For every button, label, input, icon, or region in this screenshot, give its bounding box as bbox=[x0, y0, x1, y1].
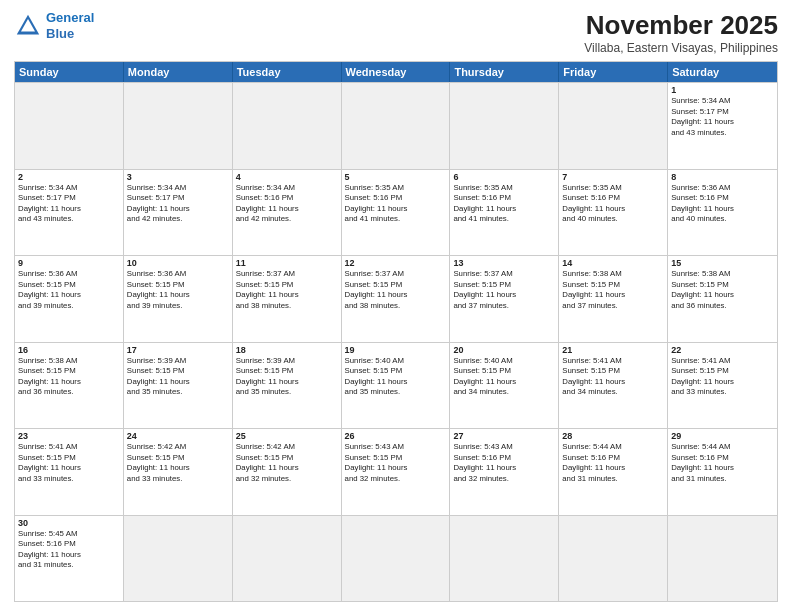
cal-cell-day-8: 8Sunrise: 5:36 AM Sunset: 5:16 PM Daylig… bbox=[668, 170, 777, 256]
cal-row-4: 23Sunrise: 5:41 AM Sunset: 5:15 PM Dayli… bbox=[15, 428, 777, 515]
cal-cell-empty bbox=[124, 83, 233, 169]
page-subtitle: Villaba, Eastern Visayas, Philippines bbox=[584, 41, 778, 55]
day-number: 28 bbox=[562, 431, 664, 441]
cal-header-thursday: Thursday bbox=[450, 62, 559, 82]
day-info: Sunrise: 5:37 AM Sunset: 5:15 PM Dayligh… bbox=[453, 269, 555, 311]
cal-cell-empty bbox=[450, 516, 559, 602]
day-info: Sunrise: 5:34 AM Sunset: 5:17 PM Dayligh… bbox=[127, 183, 229, 225]
cal-row-0: 1Sunrise: 5:34 AM Sunset: 5:17 PM Daylig… bbox=[15, 82, 777, 169]
cal-header-sunday: Sunday bbox=[15, 62, 124, 82]
page-title: November 2025 bbox=[584, 10, 778, 41]
day-info: Sunrise: 5:41 AM Sunset: 5:15 PM Dayligh… bbox=[562, 356, 664, 398]
cal-cell-day-13: 13Sunrise: 5:37 AM Sunset: 5:15 PM Dayli… bbox=[450, 256, 559, 342]
cal-cell-day-21: 21Sunrise: 5:41 AM Sunset: 5:15 PM Dayli… bbox=[559, 343, 668, 429]
logo-icon bbox=[14, 12, 42, 40]
cal-cell-day-30: 30Sunrise: 5:45 AM Sunset: 5:16 PM Dayli… bbox=[15, 516, 124, 602]
cal-cell-day-9: 9Sunrise: 5:36 AM Sunset: 5:15 PM Daylig… bbox=[15, 256, 124, 342]
cal-cell-day-14: 14Sunrise: 5:38 AM Sunset: 5:15 PM Dayli… bbox=[559, 256, 668, 342]
day-number: 6 bbox=[453, 172, 555, 182]
cal-cell-day-29: 29Sunrise: 5:44 AM Sunset: 5:16 PM Dayli… bbox=[668, 429, 777, 515]
cal-cell-day-20: 20Sunrise: 5:40 AM Sunset: 5:15 PM Dayli… bbox=[450, 343, 559, 429]
day-info: Sunrise: 5:34 AM Sunset: 5:17 PM Dayligh… bbox=[18, 183, 120, 225]
day-number: 4 bbox=[236, 172, 338, 182]
cal-row-1: 2Sunrise: 5:34 AM Sunset: 5:17 PM Daylig… bbox=[15, 169, 777, 256]
day-info: Sunrise: 5:35 AM Sunset: 5:16 PM Dayligh… bbox=[345, 183, 447, 225]
day-info: Sunrise: 5:43 AM Sunset: 5:15 PM Dayligh… bbox=[345, 442, 447, 484]
day-number: 25 bbox=[236, 431, 338, 441]
day-info: Sunrise: 5:38 AM Sunset: 5:15 PM Dayligh… bbox=[18, 356, 120, 398]
day-info: Sunrise: 5:36 AM Sunset: 5:15 PM Dayligh… bbox=[127, 269, 229, 311]
day-number: 15 bbox=[671, 258, 774, 268]
cal-cell-day-26: 26Sunrise: 5:43 AM Sunset: 5:15 PM Dayli… bbox=[342, 429, 451, 515]
cal-cell-day-15: 15Sunrise: 5:38 AM Sunset: 5:15 PM Dayli… bbox=[668, 256, 777, 342]
cal-cell-day-22: 22Sunrise: 5:41 AM Sunset: 5:15 PM Dayli… bbox=[668, 343, 777, 429]
day-info: Sunrise: 5:44 AM Sunset: 5:16 PM Dayligh… bbox=[671, 442, 774, 484]
cal-header-wednesday: Wednesday bbox=[342, 62, 451, 82]
day-number: 27 bbox=[453, 431, 555, 441]
cal-row-2: 9Sunrise: 5:36 AM Sunset: 5:15 PM Daylig… bbox=[15, 255, 777, 342]
day-number: 26 bbox=[345, 431, 447, 441]
calendar-header: SundayMondayTuesdayWednesdayThursdayFrid… bbox=[15, 62, 777, 82]
day-number: 13 bbox=[453, 258, 555, 268]
cal-cell-day-11: 11Sunrise: 5:37 AM Sunset: 5:15 PM Dayli… bbox=[233, 256, 342, 342]
day-number: 21 bbox=[562, 345, 664, 355]
day-number: 2 bbox=[18, 172, 120, 182]
cal-cell-empty bbox=[15, 83, 124, 169]
cal-cell-day-4: 4Sunrise: 5:34 AM Sunset: 5:16 PM Daylig… bbox=[233, 170, 342, 256]
cal-cell-day-27: 27Sunrise: 5:43 AM Sunset: 5:16 PM Dayli… bbox=[450, 429, 559, 515]
cal-cell-day-19: 19Sunrise: 5:40 AM Sunset: 5:15 PM Dayli… bbox=[342, 343, 451, 429]
cal-cell-empty bbox=[559, 516, 668, 602]
day-number: 7 bbox=[562, 172, 664, 182]
cal-cell-day-10: 10Sunrise: 5:36 AM Sunset: 5:15 PM Dayli… bbox=[124, 256, 233, 342]
cal-cell-day-12: 12Sunrise: 5:37 AM Sunset: 5:15 PM Dayli… bbox=[342, 256, 451, 342]
cal-header-tuesday: Tuesday bbox=[233, 62, 342, 82]
cal-cell-day-7: 7Sunrise: 5:35 AM Sunset: 5:16 PM Daylig… bbox=[559, 170, 668, 256]
day-info: Sunrise: 5:45 AM Sunset: 5:16 PM Dayligh… bbox=[18, 529, 120, 571]
day-number: 1 bbox=[671, 85, 774, 95]
cal-cell-day-25: 25Sunrise: 5:42 AM Sunset: 5:15 PM Dayli… bbox=[233, 429, 342, 515]
day-info: Sunrise: 5:36 AM Sunset: 5:15 PM Dayligh… bbox=[18, 269, 120, 311]
cal-header-friday: Friday bbox=[559, 62, 668, 82]
day-info: Sunrise: 5:39 AM Sunset: 5:15 PM Dayligh… bbox=[127, 356, 229, 398]
day-number: 10 bbox=[127, 258, 229, 268]
day-number: 17 bbox=[127, 345, 229, 355]
calendar: SundayMondayTuesdayWednesdayThursdayFrid… bbox=[14, 61, 778, 602]
day-info: Sunrise: 5:42 AM Sunset: 5:15 PM Dayligh… bbox=[127, 442, 229, 484]
day-info: Sunrise: 5:40 AM Sunset: 5:15 PM Dayligh… bbox=[453, 356, 555, 398]
day-info: Sunrise: 5:44 AM Sunset: 5:16 PM Dayligh… bbox=[562, 442, 664, 484]
cal-cell-empty bbox=[668, 516, 777, 602]
logo-general: General bbox=[46, 10, 94, 25]
day-info: Sunrise: 5:43 AM Sunset: 5:16 PM Dayligh… bbox=[453, 442, 555, 484]
day-number: 3 bbox=[127, 172, 229, 182]
day-number: 29 bbox=[671, 431, 774, 441]
day-info: Sunrise: 5:37 AM Sunset: 5:15 PM Dayligh… bbox=[236, 269, 338, 311]
cal-cell-empty bbox=[124, 516, 233, 602]
cal-cell-empty bbox=[559, 83, 668, 169]
cal-cell-day-24: 24Sunrise: 5:42 AM Sunset: 5:15 PM Dayli… bbox=[124, 429, 233, 515]
cal-cell-empty bbox=[233, 516, 342, 602]
cal-row-5: 30Sunrise: 5:45 AM Sunset: 5:16 PM Dayli… bbox=[15, 515, 777, 602]
cal-cell-day-1: 1Sunrise: 5:34 AM Sunset: 5:17 PM Daylig… bbox=[668, 83, 777, 169]
day-info: Sunrise: 5:42 AM Sunset: 5:15 PM Dayligh… bbox=[236, 442, 338, 484]
cal-cell-day-5: 5Sunrise: 5:35 AM Sunset: 5:16 PM Daylig… bbox=[342, 170, 451, 256]
cal-cell-empty bbox=[342, 83, 451, 169]
cal-cell-day-16: 16Sunrise: 5:38 AM Sunset: 5:15 PM Dayli… bbox=[15, 343, 124, 429]
day-number: 23 bbox=[18, 431, 120, 441]
day-info: Sunrise: 5:37 AM Sunset: 5:15 PM Dayligh… bbox=[345, 269, 447, 311]
logo-blue: Blue bbox=[46, 26, 74, 41]
page: General Blue November 2025 Villaba, East… bbox=[0, 0, 792, 612]
day-info: Sunrise: 5:41 AM Sunset: 5:15 PM Dayligh… bbox=[671, 356, 774, 398]
day-info: Sunrise: 5:38 AM Sunset: 5:15 PM Dayligh… bbox=[671, 269, 774, 311]
day-number: 9 bbox=[18, 258, 120, 268]
day-info: Sunrise: 5:36 AM Sunset: 5:16 PM Dayligh… bbox=[671, 183, 774, 225]
cal-cell-day-28: 28Sunrise: 5:44 AM Sunset: 5:16 PM Dayli… bbox=[559, 429, 668, 515]
cal-header-monday: Monday bbox=[124, 62, 233, 82]
day-number: 11 bbox=[236, 258, 338, 268]
cal-cell-day-18: 18Sunrise: 5:39 AM Sunset: 5:15 PM Dayli… bbox=[233, 343, 342, 429]
day-info: Sunrise: 5:41 AM Sunset: 5:15 PM Dayligh… bbox=[18, 442, 120, 484]
logo-text: General Blue bbox=[46, 10, 94, 41]
day-number: 22 bbox=[671, 345, 774, 355]
day-number: 30 bbox=[18, 518, 120, 528]
cal-cell-day-17: 17Sunrise: 5:39 AM Sunset: 5:15 PM Dayli… bbox=[124, 343, 233, 429]
day-number: 8 bbox=[671, 172, 774, 182]
